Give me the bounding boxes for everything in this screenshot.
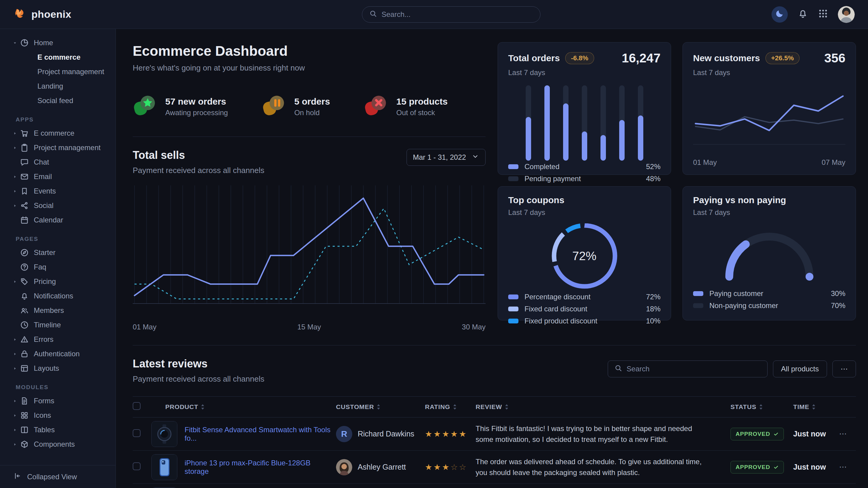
collapse-view-button[interactable]: Collapsed View <box>0 465 116 488</box>
sidebar-item-label: Events <box>34 187 56 195</box>
theme-toggle-button[interactable] <box>772 6 788 23</box>
sidebar-item-label: E commerce <box>34 129 74 137</box>
reviews-search-input[interactable] <box>627 365 761 373</box>
select-all-checkbox[interactable] <box>133 402 141 410</box>
sidebar-item-timeline[interactable]: Timeline <box>0 318 116 332</box>
sidebar-item-project-management[interactable]: Project management <box>0 140 116 155</box>
sidebar-item-forms[interactable]: Forms <box>0 394 116 408</box>
sidebar-item-faq[interactable]: Faq <box>0 260 116 274</box>
sidebar-item-label: Tables <box>34 426 55 434</box>
product-thumbnail <box>151 421 177 447</box>
caret-right-icon <box>13 366 20 371</box>
stats-row: 57 new orders Awating processing 5 order… <box>133 94 486 120</box>
sidebar-item-tables[interactable]: Tables <box>0 423 116 437</box>
sidebar-item-email[interactable]: Email <box>0 169 116 184</box>
global-search[interactable] <box>362 6 540 23</box>
chevron-down-icon <box>471 153 479 162</box>
legend-swatch <box>508 319 519 323</box>
stat-item: 57 new orders Awating processing <box>133 94 228 120</box>
column-header-rating[interactable]: RATING <box>425 403 476 411</box>
sidebar-subitem-landing[interactable]: Landing <box>0 79 116 93</box>
date-range-select[interactable]: Mar 1 - 31, 2022 <box>407 149 486 166</box>
legend-row: Fixed card discount 18% <box>508 303 660 315</box>
sidebar-item-label: Members <box>34 306 64 315</box>
sidebar-section-label: PAGES <box>16 236 116 242</box>
sidebar-item-errors[interactable]: Errors <box>0 332 116 347</box>
x-axis-label: 01 May <box>693 158 717 167</box>
sidebar-subitem-project-management[interactable]: Project management <box>0 65 116 79</box>
legend-swatch <box>693 303 703 308</box>
search-icon <box>369 9 377 20</box>
apps-menu-button[interactable] <box>818 8 828 21</box>
legend-swatch <box>693 291 703 296</box>
sidebar-item-e-commerce[interactable]: E commerce <box>0 126 116 140</box>
row-checkbox[interactable] <box>133 462 141 470</box>
user-avatar[interactable] <box>838 6 855 23</box>
column-header-time[interactable]: TIME <box>793 403 839 411</box>
pie-chart-icon <box>20 38 29 47</box>
table-row <box>133 484 856 488</box>
rating-stars: ★★★★★ <box>425 429 467 438</box>
bell-icon <box>798 8 808 21</box>
grid-dots-icon <box>818 8 828 21</box>
paying-gauge-chart <box>720 227 819 283</box>
caret-right-icon <box>13 352 20 356</box>
legend-row: Pending payment 48% <box>508 173 660 185</box>
column-header-status[interactable]: STATUS <box>731 403 793 411</box>
phoenix-flame-icon <box>13 7 27 22</box>
reviews-table-header: PRODUCT CUSTOMER RATING REVIEW STATUS TI… <box>133 396 856 418</box>
brand-logo[interactable]: phoenix <box>13 7 71 22</box>
sidebar-item-pricing[interactable]: Pricing <box>0 274 116 289</box>
column-header-product[interactable]: PRODUCT <box>151 403 336 411</box>
stat-sublabel: Out of stock <box>396 108 447 117</box>
bookmark-icon <box>20 187 29 196</box>
sidebar-item-layouts[interactable]: Layouts <box>0 361 116 376</box>
sidebar-item-starter[interactable]: Starter <box>0 246 116 260</box>
product-thumbnail <box>151 454 177 480</box>
sidebar-item-calendar[interactable]: Calendar <box>0 213 116 227</box>
share-icon <box>20 201 29 210</box>
sidebar-item-events[interactable]: Events <box>0 184 116 198</box>
sidebar-item-label: Timeline <box>34 321 61 329</box>
global-search-input[interactable] <box>381 10 533 19</box>
sidebar-subitem-e-commerce[interactable]: E commerce <box>0 50 116 65</box>
order-bar <box>638 85 643 161</box>
sidebar-item-home[interactable]: Home <box>0 36 116 50</box>
reviews-table: PRODUCT CUSTOMER RATING REVIEW STATUS TI… <box>133 396 856 488</box>
product-link[interactable]: Fitbit Sense Advanced Smartwatch with To… <box>185 426 336 443</box>
legend-label: Pending payment <box>525 174 581 183</box>
column-header-customer[interactable]: CUSTOMER <box>336 403 425 411</box>
pause-blob-icon <box>262 94 288 120</box>
sidebar-item-label: Notifications <box>34 292 73 300</box>
customer-avatar <box>336 459 352 475</box>
all-products-button[interactable]: All products <box>773 360 827 378</box>
sidebar-item-social[interactable]: Social <box>0 198 116 213</box>
stat-value: 5 orders <box>294 96 330 107</box>
customer-name: Richard Dawkins <box>358 429 414 438</box>
sidebar-item-notifications[interactable]: Notifications <box>0 289 116 303</box>
row-actions-button[interactable]: ⋯ <box>839 429 847 438</box>
reviews-more-button[interactable]: ⋯ <box>832 360 856 378</box>
sidebar-item-label: Authentication <box>34 350 80 358</box>
latest-reviews-section: Latest reviews Payment received across a… <box>133 346 856 488</box>
row-actions-button[interactable]: ⋯ <box>839 462 847 471</box>
notifications-button[interactable] <box>798 8 808 21</box>
product-link[interactable]: iPhone 13 pro max-Pacific Blue-128GB sto… <box>185 459 336 476</box>
row-checkbox[interactable] <box>133 429 141 437</box>
sidebar-item-label: Components <box>34 440 75 449</box>
sidebar-item-icons[interactable]: Icons <box>0 408 116 423</box>
ellipsis-icon: ⋯ <box>841 365 848 373</box>
sidebar-subitem-social-feed[interactable]: Social feed <box>0 93 116 108</box>
sidebar-item-components[interactable]: Components <box>0 437 116 452</box>
sidebar-item-members[interactable]: Members <box>0 303 116 318</box>
sidebar-item-chat[interactable]: Chat <box>0 155 116 169</box>
users-icon <box>20 306 29 315</box>
tablecols-icon <box>20 425 29 434</box>
column-header-review[interactable]: REVIEW <box>476 403 731 411</box>
sidebar-item-authentication[interactable]: Authentication <box>0 347 116 361</box>
legend-label: Fixed product discount <box>525 317 597 325</box>
reviews-search[interactable] <box>608 360 768 378</box>
topbar: phoenix <box>0 0 868 29</box>
stat-value: 57 new orders <box>165 96 228 107</box>
legend-row: Fixed product discount 10% <box>508 315 660 327</box>
